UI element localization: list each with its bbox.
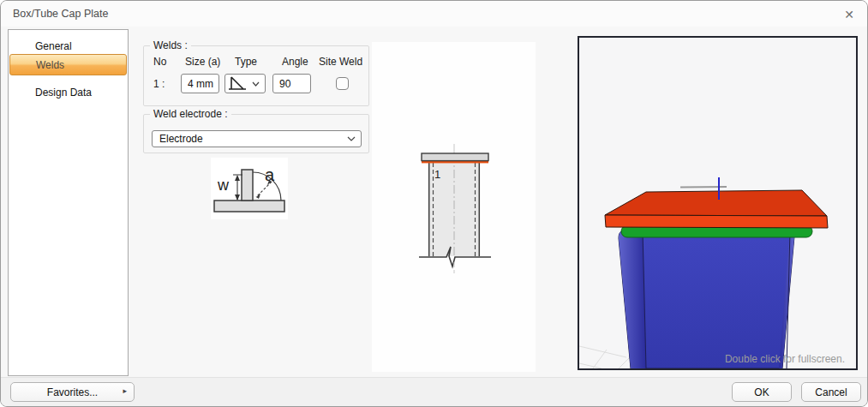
weld-a-label: a [265,165,275,184]
chevron-down-icon [347,136,356,141]
electrode-group: Weld electrode : Electrode [143,114,369,153]
cancel-button[interactable]: Cancel [801,382,861,402]
welds-group-title: Welds : [150,39,191,51]
weld-symbol-drawing: w a [211,158,288,219]
weld-schematic-panel: 1 [372,42,536,372]
category-list: General Welds Design Data [8,29,129,376]
floor-grid [579,346,631,368]
electrode-selected-value: Electrode [159,133,203,145]
favorites-button[interactable]: Favorites... ▸ [10,382,135,402]
weld-w-label: w [217,177,230,194]
weld-size-input[interactable] [181,74,219,93]
cap-plate [605,190,828,228]
weld-angle-input[interactable] [272,74,311,93]
weld-type-dropdown[interactable] [224,74,266,93]
column-header-site-weld: Site Weld [319,56,362,68]
weld-row-number: 1 : [153,78,165,90]
electrode-dropdown[interactable]: Electrode [152,130,362,147]
column-header-size: Size (a) [185,56,220,68]
tube-cap-schematic: 1 [372,42,536,372]
dialog-box-tube-cap-plate: Box/Tube Cap Plate ✕ General Welds Desig… [0,0,868,407]
dialog-title: Box/Tube Cap Plate [13,8,108,20]
weld-symbol-diagram: w a [211,158,288,219]
welds-group: Welds : No Size (a) Type Angle Site Weld… [143,45,369,106]
footer-bar: Favorites... ▸ OK Cancel [1,377,867,406]
fullscreen-hint: Double click for fullscreen. [725,353,845,365]
chevron-down-icon [252,81,260,87]
fillet-weld-icon [225,74,248,93]
ok-button[interactable]: OK [732,382,792,402]
3d-preview-panel[interactable]: Double click for fullscreen. [578,36,858,370]
electrode-group-title: Weld electrode : [150,108,231,120]
favorites-arrow-icon: ▸ [123,386,127,395]
3d-model [579,38,856,368]
sidebar-item-design-data[interactable]: Design Data [9,82,127,103]
site-weld-checkbox[interactable] [336,77,349,90]
column-header-angle: Angle [282,56,308,68]
column-header-type: Type [235,56,257,68]
schematic-weld-number: 1 [434,168,440,181]
favorites-label: Favorites... [47,386,98,398]
close-icon[interactable]: ✕ [840,5,859,24]
column-header-no: No [153,56,166,68]
title-bar: Box/Tube Cap Plate ✕ [1,1,867,27]
sidebar-item-welds[interactable]: Welds [9,54,127,75]
